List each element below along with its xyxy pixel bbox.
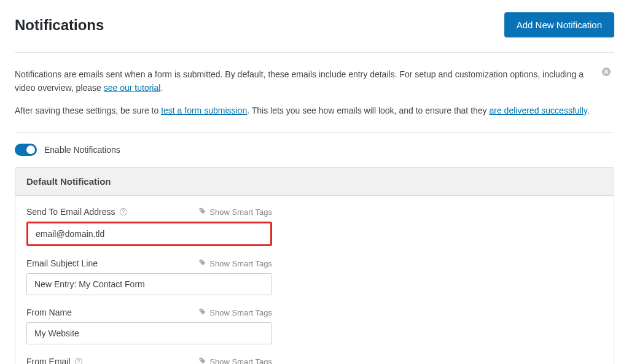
tutorial-link[interactable]: see our tutorial xyxy=(104,83,161,93)
delivered-link[interactable]: are delivered successfully xyxy=(489,106,587,115)
help-icon[interactable] xyxy=(119,207,128,216)
tag-icon xyxy=(198,308,206,317)
smart-tags-toggle[interactable]: Show Smart Tags xyxy=(198,258,272,268)
panel-body: Send To Email Address Show Smart Tags Em… xyxy=(15,196,614,364)
page-title: Notifications xyxy=(15,17,104,34)
from-email-label: From Email xyxy=(26,357,83,364)
help-icon[interactable] xyxy=(74,357,83,364)
from-name-label: From Name xyxy=(26,308,72,317)
send-to-input[interactable] xyxy=(26,222,272,246)
svg-point-2 xyxy=(123,214,123,214)
tag-icon xyxy=(198,357,206,364)
notification-panel: Default Notification Send To Email Addre… xyxy=(15,167,614,364)
from-name-input[interactable] xyxy=(26,322,272,344)
intro-paragraph-2: After saving these settings, be sure to … xyxy=(15,104,590,117)
subject-input[interactable] xyxy=(26,273,272,295)
smart-tags-toggle[interactable]: Show Smart Tags xyxy=(198,207,272,217)
enable-notifications-row: Enable Notifications xyxy=(15,133,614,167)
enable-notifications-toggle[interactable] xyxy=(15,144,37,156)
add-notification-button[interactable]: Add New Notification xyxy=(504,12,614,37)
test-submission-link[interactable]: test a form submission xyxy=(161,106,247,115)
svg-point-3 xyxy=(75,358,82,364)
smart-tags-toggle[interactable]: Show Smart Tags xyxy=(198,308,272,317)
from-name-field-row: From Name Show Smart Tags xyxy=(26,308,272,344)
intro-notice: Notifications are emails sent when a for… xyxy=(15,53,614,133)
send-to-label: Send To Email Address xyxy=(26,207,128,217)
enable-notifications-label: Enable Notifications xyxy=(44,145,120,155)
from-email-field-row: From Email Show Smart Tags xyxy=(26,357,272,364)
panel-title: Default Notification xyxy=(15,168,614,196)
close-icon[interactable] xyxy=(602,68,611,79)
toggle-knob xyxy=(26,145,35,154)
subject-label: Email Subject Line xyxy=(26,258,98,268)
intro-paragraph-1: Notifications are emails sent when a for… xyxy=(15,68,590,95)
tag-icon xyxy=(198,258,206,268)
smart-tags-toggle[interactable]: Show Smart Tags xyxy=(198,357,272,364)
send-to-field-row: Send To Email Address Show Smart Tags xyxy=(26,207,272,246)
tag-icon xyxy=(198,207,206,217)
subject-field-row: Email Subject Line Show Smart Tags xyxy=(26,258,272,295)
page-header: Notifications Add New Notification xyxy=(15,12,614,53)
